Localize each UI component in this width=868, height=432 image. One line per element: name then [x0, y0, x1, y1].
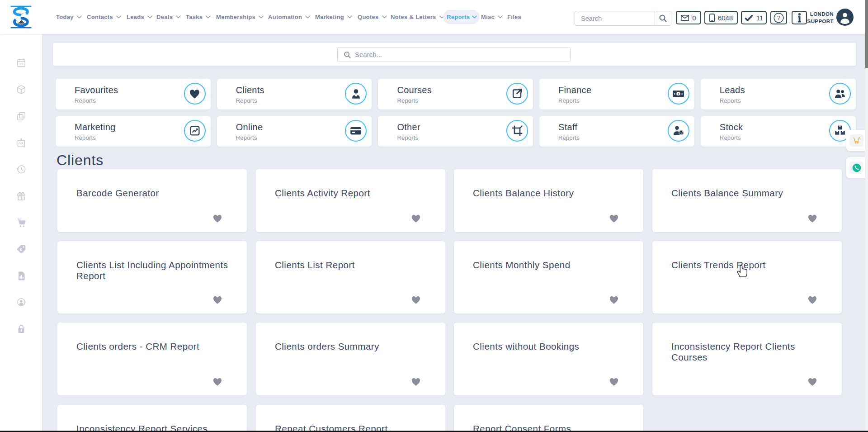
- svg-text:12: 12: [19, 62, 24, 66]
- svg-text:1: 1: [678, 91, 680, 96]
- svg-text:$: $: [19, 247, 22, 252]
- svg-text:?: ?: [777, 15, 780, 21]
